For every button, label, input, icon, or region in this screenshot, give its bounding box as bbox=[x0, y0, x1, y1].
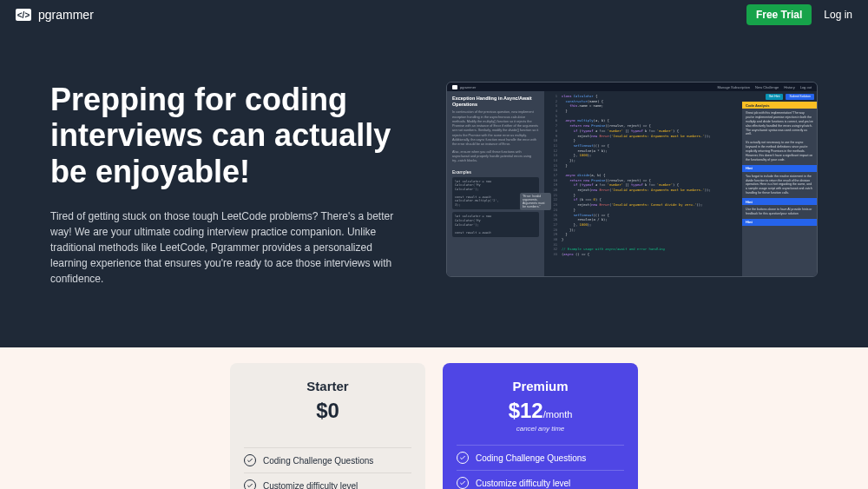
product-screenshot: pgrammer Manage Subscription New Challen… bbox=[446, 82, 818, 277]
premium-plan-price: $12/month bbox=[457, 399, 624, 423]
starter-features: Coding Challenge Questions Customize dif… bbox=[244, 447, 411, 489]
hero-description: Tired of getting stuck on those tough Le… bbox=[50, 208, 411, 287]
feature-row: Customize difficulty level bbox=[244, 472, 411, 489]
screenshot-problem-desc2: Also, ensure when you call these functio… bbox=[452, 150, 539, 164]
screenshot-nav-item: New Challenge bbox=[755, 85, 779, 89]
screenshot-nav-item: Manage Subscription bbox=[717, 85, 750, 89]
premium-plan-name: Premium bbox=[457, 379, 624, 393]
screenshot-problem-title: Exception Handling in Async/Await Operat… bbox=[452, 96, 539, 107]
logo-icon: </> bbox=[16, 9, 31, 21]
check-icon bbox=[457, 477, 469, 489]
screenshot-nav-item: Log out bbox=[800, 85, 812, 89]
check-icon bbox=[457, 452, 469, 464]
feature-row: Customize difficulty level bbox=[457, 470, 624, 489]
screenshot-hint-header3: Hint bbox=[742, 219, 817, 226]
navbar: </> pgrammer Free Trial Log in bbox=[0, 0, 868, 30]
screenshot-problem-desc: In continuation of the previous question… bbox=[452, 110, 539, 148]
hero-section: Prepping for coding interviews can actua… bbox=[0, 30, 868, 347]
screenshot-analysis-text: Great job with this implementation! The … bbox=[742, 109, 817, 165]
starter-plan-card: Starter $0 Coding Challenge Questions Cu… bbox=[230, 363, 425, 489]
login-link[interactable]: Log in bbox=[824, 9, 852, 21]
feature-label: Coding Challenge Questions bbox=[476, 453, 586, 463]
screenshot-problem-panel: Exception Handling in Async/Await Operat… bbox=[447, 91, 544, 276]
screenshot-hint-text: You forgot to include the resolve statem… bbox=[742, 172, 817, 198]
feature-row: Coding Challenge Questions bbox=[457, 445, 624, 470]
screenshot-body: Exception Handling in Async/Await Operat… bbox=[447, 91, 817, 276]
screenshot-error-tooltip: "Error: Invalid arguments. Arguments mus… bbox=[520, 193, 551, 210]
navbar-actions: Free Trial Log in bbox=[746, 4, 852, 25]
premium-plan-period: /month bbox=[543, 409, 573, 420]
screenshot-logo-icon bbox=[452, 85, 457, 89]
feature-row: Coding Challenge Questions bbox=[244, 447, 411, 472]
pricing-section: Starter $0 Coding Challenge Questions Cu… bbox=[0, 347, 868, 489]
screenshot-feedback-panel: Get Hint Submit Solution Code Analysis G… bbox=[742, 91, 817, 276]
screenshot-topbar: pgrammer Manage Subscription New Challen… bbox=[447, 83, 817, 91]
starter-plan-price: $0 bbox=[244, 399, 411, 423]
premium-features: Coding Challenge Questions Customize dif… bbox=[457, 445, 624, 489]
check-icon bbox=[244, 479, 256, 489]
screenshot-hint-header2: Hint bbox=[742, 198, 817, 205]
premium-cancel-note: cancel any time bbox=[457, 425, 624, 433]
feature-label: Customize difficulty level bbox=[476, 479, 570, 488]
screenshot-example-code: let calculator = new Calculator('My Calc… bbox=[452, 212, 539, 237]
screenshot-code-editor: 1class Calculator { 2 constructor(name) … bbox=[544, 91, 742, 276]
screenshot-analysis-header: Code Analysis bbox=[742, 102, 817, 109]
screenshot-examples-label: Examples bbox=[452, 169, 539, 175]
screenshot-brand: pgrammer bbox=[460, 85, 476, 89]
check-icon bbox=[244, 454, 256, 466]
premium-plan-card: Premium $12/month cancel any time Coding… bbox=[443, 363, 638, 489]
starter-plan-name: Starter bbox=[244, 379, 411, 393]
navbar-brand[interactable]: </> pgrammer bbox=[16, 8, 94, 22]
feature-label: Coding Challenge Questions bbox=[263, 456, 373, 466]
feature-label: Customize difficulty level bbox=[263, 481, 358, 489]
brand-name: pgrammer bbox=[38, 8, 94, 22]
hero-title: Prepping for coding interviews can actua… bbox=[50, 82, 411, 189]
screenshot-hint-button: Get Hint bbox=[766, 94, 784, 100]
screenshot-submit-button: Submit Solution bbox=[786, 94, 814, 100]
hero-content: Prepping for coding interviews can actua… bbox=[50, 82, 411, 287]
screenshot-nav-item: History bbox=[784, 85, 794, 89]
screenshot-hint-text2: Use the buttons above to have AI provide… bbox=[742, 205, 817, 219]
screenshot-hint-header: Hint bbox=[742, 165, 817, 172]
free-trial-button[interactable]: Free Trial bbox=[746, 4, 812, 25]
